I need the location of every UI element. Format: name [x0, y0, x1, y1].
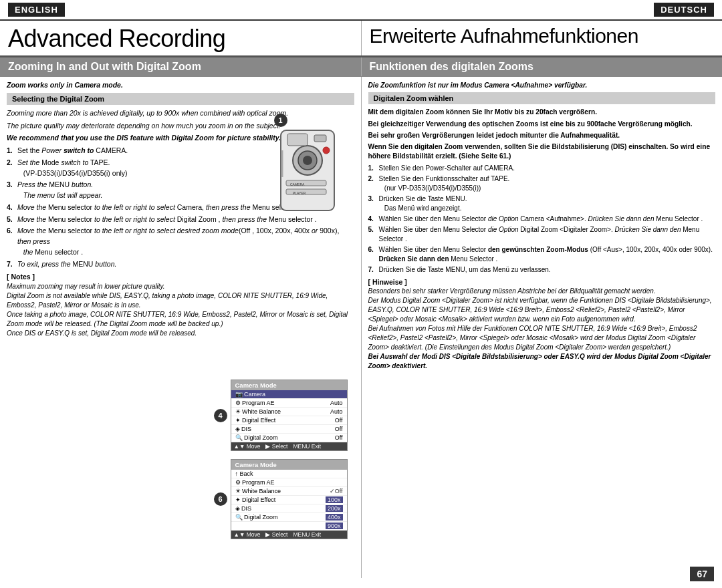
svg-point-3 [303, 156, 312, 165]
menu1-row-wb: ☀ White BalanceAuto [231, 408, 347, 416]
step-en-7: 7. To exit, press the MENU button. [7, 259, 354, 270]
german-column: Die Zoomfunktion ist nur im Modus Camera… [362, 77, 723, 578]
step-de-4: 4. Wählen Sie über den Menu Selector die… [368, 214, 716, 224]
title-german: Erweiterte Aufnahmefunktionen [362, 21, 723, 55]
language-bar: ENGLISH DEUTSCH [0, 0, 722, 21]
step-de-6: 6. Wählen Sie über den Menu Selector den… [368, 245, 716, 264]
main-title-row: Advanced Recording Erweiterte Aufnahmefu… [0, 21, 722, 57]
step-de-2: 2. Stellen Sie den Funktionsschalter auf… [368, 174, 716, 193]
note-en-4: Once DIS or EASY.Q is set, Digital Zoom … [7, 329, 354, 338]
menu1-row-dis: ◈ DISOff [231, 425, 347, 434]
svg-rect-4 [287, 134, 308, 146]
menu-screenshots: 4 Camera Mode 📷 Camera ⚙ Program AEAuto … [231, 380, 348, 545]
menu2-header: Camera Mode [231, 460, 347, 470]
note-en-1: Maximum zooming may result in lower pict… [7, 282, 354, 291]
menu-display-1: Camera Mode 📷 Camera ⚙ Program AEAuto ☀ … [231, 380, 348, 451]
intro-de-3: Bei sehr großen Vergrößerungen leidet je… [368, 131, 716, 140]
subheading-de: Digitalen Zoom wählen [368, 92, 716, 104]
hinweis-de-4: Bei Auswahl der Modi DIS <Digitale Bilds… [368, 352, 716, 371]
svg-rect-5 [314, 135, 326, 142]
notes-section-de: [ Hinweise ] Besonders bei sehr starker … [368, 277, 716, 372]
step-de-7: 7. Drücken Sie die Taste MENU, um das Me… [368, 265, 716, 275]
section-title-english: Zooming In and Out with Digital Zoom [0, 57, 362, 76]
camera-diagram: 1 CAMERA PLAYER [267, 117, 354, 225]
menu2-row-back: ↑ Back [231, 470, 347, 478]
menu1-row-de: ✦ Digital EffectOff [231, 416, 347, 425]
menu-box-2: 6 Camera Mode ↑ Back ⚙ Program AE ☀ Whit… [231, 459, 348, 539]
notes-section-en: [ Notes ] Maximum zooming may result in … [7, 272, 354, 338]
menu1-row-dz: 🔍 Digital ZoomOff [231, 434, 347, 442]
content-area: Zoom works only in Camera mode. Selectin… [0, 77, 722, 578]
select-text: ▶ Select [265, 531, 287, 538]
steps-de: 1. Stellen Sie den Power-Schalter auf CA… [368, 164, 716, 275]
menu2-row-wb: ☀ White Balance✓Off [231, 487, 347, 496]
svg-point-11 [323, 147, 330, 154]
step-de-1: 1. Stellen Sie den Power-Schalter auf CA… [368, 164, 716, 173]
subheading-en: Selecting the Digital Zoom [7, 93, 354, 105]
lang-deutsch: DEUTSCH [654, 3, 714, 17]
lang-english: ENGLISH [8, 3, 65, 17]
menu-box-1: 4 Camera Mode 📷 Camera ⚙ Program AEAuto … [231, 380, 348, 451]
menu-step-num-6: 6 [214, 492, 227, 506]
diagram-step1: 1 [274, 114, 287, 127]
menu1-row-ae: ⚙ Program AEAuto [231, 399, 347, 408]
english-column: Zoom works only in Camera mode. Selectin… [0, 77, 362, 578]
svg-rect-8 [286, 189, 326, 194]
hinweis-de-3: Bei Aufnahmen von Fotos mit Hilfe der Fu… [368, 324, 716, 352]
zoom-note-de: Die Zoomfunktion ist nur im Modus Camera… [368, 81, 716, 90]
section-title-german: Funktionen des digitalen Zooms [362, 57, 723, 76]
menu1-row-camera: 📷 Camera [231, 390, 347, 399]
svg-text:PLAYER: PLAYER [293, 191, 306, 195]
notes-label-en: [ Notes ] [7, 272, 354, 282]
svg-text:CAMERA: CAMERA [290, 182, 305, 186]
note-en-3: Once taking a photo image, COLOR NITE SH… [7, 310, 354, 329]
menu1-footer: ▲▼ Move ▶ Select MENU Exit [231, 442, 347, 450]
title-english: Advanced Recording [0, 21, 362, 55]
menu-display-2: Camera Mode ↑ Back ⚙ Program AE ☀ White … [231, 459, 348, 539]
hinweise-label: [ Hinweise ] [368, 277, 716, 287]
intro-de-4: Wenn Sie den digitalen Zoom verwenden, s… [368, 142, 716, 162]
camera-svg: CAMERA PLAYER [267, 117, 348, 224]
intro-de-1: Mit dem digitalen Zoom können Sie Ihr Mo… [368, 108, 716, 117]
intro-de-2: Bei gleichzeitiger Verwendung des optisc… [368, 120, 716, 129]
zoom-note-en: Zoom works only in Camera mode. [7, 81, 354, 89]
hinweis-de-1: Besonders bei sehr starker Vergrößerung … [368, 287, 716, 296]
menu2-footer: ▲▼ Move ▶ Select MENU Exit [231, 531, 347, 539]
menu2-row-900: 900x [231, 522, 347, 531]
menu1-header: Camera Mode [231, 380, 347, 390]
step-en-6: 6. Move the Menu selector to the left or… [7, 226, 354, 257]
menu2-row-dz: 🔍 Digital Zoom400x [231, 513, 347, 522]
menu2-row-de: ✦ Digital Effect100x [231, 496, 347, 504]
menu2-row-ae: ⚙ Program AE [231, 478, 347, 487]
menu2-row-dis: ◈ DIS200x [231, 504, 347, 513]
note-en-2: Digital Zoom is not available while DIS,… [7, 291, 354, 310]
menu-step-num-4: 4 [214, 409, 227, 422]
step-de-3: 3. Drücken Sie die Taste MENU. Das Menü … [368, 194, 716, 213]
hinweis-de-2: Der Modus Digital Zoom <Digitaler Zoom> … [368, 296, 716, 324]
page-number: 67 [690, 567, 714, 581]
section-title-row: Zooming In and Out with Digital Zoom Fun… [0, 57, 722, 77]
step-de-5: 5. Wählen Sie über den Menu Selector die… [368, 225, 716, 244]
